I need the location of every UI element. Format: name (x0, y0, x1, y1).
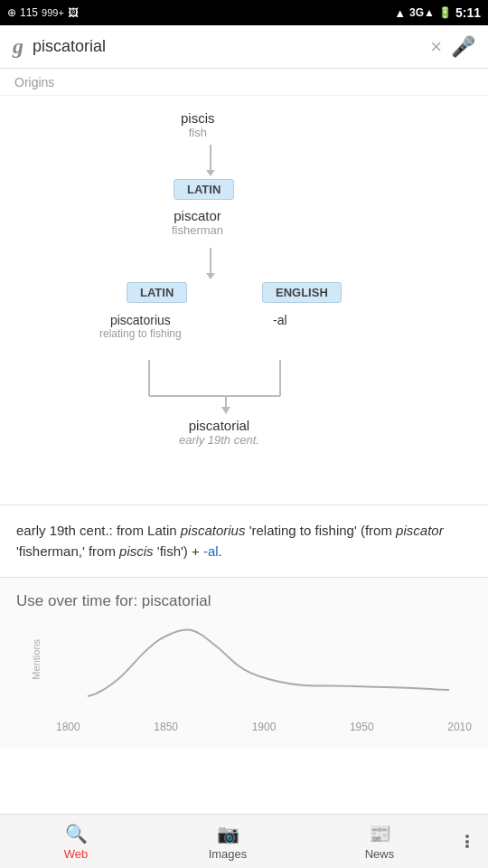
node-piscator: piscator fisherman (172, 208, 223, 237)
arrow1-head (206, 170, 215, 176)
notification-icon: ⊕ (7, 6, 16, 19)
status-icons-left: ⊕ 115 999+ 🖼 (7, 6, 79, 19)
desc-end: 'fish') + (154, 543, 203, 559)
photo-icon: 🖼 (68, 6, 79, 19)
search-input[interactable] (33, 37, 421, 56)
news-icon: 📰 (369, 823, 391, 844)
camera-icon: 📷 (217, 823, 239, 844)
nav-item-web[interactable]: 🔍 Web (0, 815, 152, 868)
chart-area: Mentions (16, 619, 472, 719)
def-fisherman: fisherman (172, 223, 223, 237)
word-piscis: piscis (181, 110, 215, 126)
x-axis-labels: 1800 1850 1900 1950 2010 (56, 721, 472, 733)
arrow1 (210, 145, 211, 172)
arrow2-head (206, 273, 215, 279)
desc-italic1: piscatorius (181, 523, 246, 538)
y-axis-label: Mentions (31, 639, 42, 680)
merge-lines (72, 360, 380, 414)
nav-label-web: Web (64, 847, 89, 861)
def-century: early 19th cent. (179, 433, 259, 447)
origin-section-header: Origins (0, 69, 488, 96)
node-result: piscatorial early 19th cent. (179, 418, 259, 447)
node-al: -al (273, 313, 287, 327)
nav-item-images[interactable]: 📷 Images (152, 815, 304, 868)
nav-label-images: Images (209, 847, 248, 861)
node-latin2: LATIN (127, 282, 187, 303)
latin-badge-2: LATIN (127, 282, 187, 303)
search-bar: g × 🎤 (0, 25, 488, 69)
node-english: ENGLISH (262, 282, 342, 303)
word-result: piscatorial (189, 418, 250, 433)
description-section: early 19th cent.: from Latin piscatorius… (0, 505, 488, 578)
x-label-1800: 1800 (56, 721, 80, 733)
origin-label: Origins (14, 75, 54, 90)
usage-section: Use over time for: piscatorial Mentions … (0, 578, 488, 748)
update-icon: 999+ (42, 7, 64, 18)
x-label-1900: 1900 (252, 721, 277, 733)
svg-marker-5 (221, 407, 230, 414)
x-label-2010: 2010 (447, 721, 472, 733)
x-label-1950: 1950 (350, 721, 374, 733)
desc-text-start: early 19th cent.: from Latin (16, 523, 181, 538)
clear-icon[interactable]: × (430, 35, 442, 59)
x-label-1850: 1850 (154, 721, 178, 733)
desc-final: . (219, 543, 222, 559)
bottom-navigation: 🔍 Web 📷 Images 📰 News (0, 814, 488, 868)
battery-icon: 🔋 (438, 6, 452, 19)
node-latin1: LATIN (174, 179, 234, 200)
status-icons-right: ▲ 3G▲ 🔋 5:11 (394, 5, 481, 20)
arrow2 (210, 248, 211, 275)
nav-item-news[interactable]: 📰 News (304, 815, 455, 868)
desc-middle2: 'fisherman,' from (16, 543, 119, 559)
more-dots-icon (465, 834, 469, 850)
desc-middle1: 'relating to fishing' (from (245, 523, 396, 538)
etymology-diagram: piscis fish LATIN piscator fisherman LAT… (72, 110, 416, 490)
mic-icon[interactable]: 🎤 (451, 35, 475, 59)
page-content: g × 🎤 Origins piscis fish LATIN piscator (0, 25, 488, 811)
usage-chart-svg (56, 619, 481, 701)
etymology-section: piscis fish LATIN piscator fisherman LAT… (0, 96, 488, 505)
status-bar: ⊕ 115 999+ 🖼 ▲ 3G▲ 🔋 5:11 (0, 0, 488, 25)
def-relating: relating to fishing (99, 327, 182, 340)
def-fish: fish (189, 126, 207, 139)
desc-italic2: piscator (396, 523, 444, 538)
node-piscis: piscis fish (181, 110, 215, 139)
word-piscator: piscator (174, 208, 221, 223)
word-piscatorius: piscatorius (110, 313, 171, 327)
google-icon: g (13, 34, 23, 59)
desc-link[interactable]: -al (203, 543, 219, 559)
web-search-icon: 🔍 (65, 823, 88, 844)
chart-svg-container (56, 619, 472, 701)
more-options[interactable] (455, 834, 488, 850)
desc-italic3: piscis (119, 543, 154, 559)
chart-line (88, 629, 449, 696)
nav-label-news: News (365, 847, 395, 861)
sms-icon: 115 (20, 6, 38, 19)
node-piscatorius: piscatorius relating to fishing (99, 313, 182, 340)
bluetooth-icon: ▲ (394, 6, 406, 20)
latin-badge-1: LATIN (174, 179, 234, 200)
clock: 5:11 (455, 5, 481, 20)
word-al: -al (273, 313, 287, 327)
signal-icon: 3G▲ (409, 6, 435, 19)
usage-title: Use over time for: piscatorial (16, 592, 472, 610)
english-badge: ENGLISH (262, 282, 342, 303)
